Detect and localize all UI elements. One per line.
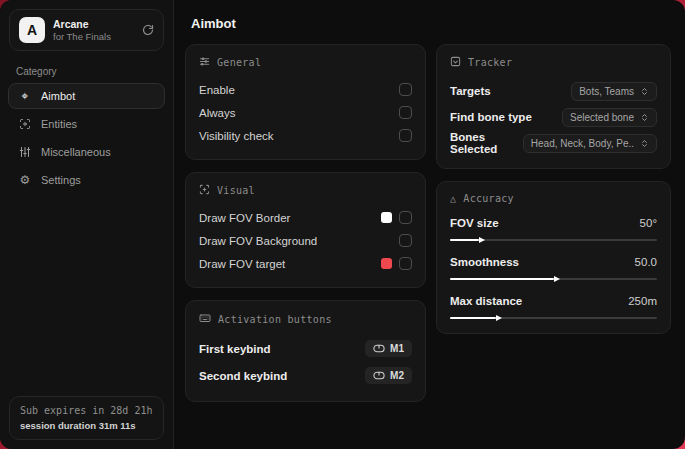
find-bone-type-dropdown[interactable]: Selected bone	[562, 108, 657, 127]
tracker-label: Bones Selected	[450, 131, 523, 155]
brand-subtitle: for The Finals	[53, 31, 111, 43]
crosshair-icon: ⌖	[18, 89, 32, 103]
setting-row-fov-target: Draw FOV target	[199, 252, 412, 275]
slider-value: 50.0	[635, 256, 657, 268]
fov-target-color-swatch[interactable]	[381, 258, 392, 269]
bones-selected-dropdown[interactable]: Head, Neck, Body, Pe..	[523, 134, 657, 153]
first-keybind-button[interactable]: M1	[365, 340, 412, 357]
enable-checkbox[interactable]	[399, 83, 412, 96]
tracker-row-bones-selected: Bones Selected Head, Neck, Body, Pe..	[450, 130, 657, 156]
setting-label: Draw FOV Border	[199, 212, 290, 224]
tracker-label: Targets	[450, 85, 491, 97]
sidebar-menu: ⌖ Aimbot Entities	[8, 83, 165, 195]
dropdown-value: Bots, Teams	[579, 86, 634, 97]
chevrons-up-down-icon	[640, 113, 649, 122]
setting-label: Always	[199, 107, 235, 119]
gear-icon: ⚙	[18, 173, 32, 187]
keybind-label: First keybind	[199, 343, 271, 355]
section-title: Visual	[217, 185, 255, 196]
always-checkbox[interactable]	[399, 106, 412, 119]
brand-name: Arcane	[53, 18, 111, 31]
sidebar-item-entities[interactable]: Entities	[8, 111, 165, 137]
keyboard-icon	[199, 312, 211, 326]
section-title: Activation buttons	[218, 314, 332, 325]
slider-label: FOV size	[450, 217, 499, 229]
chevrons-up-down-icon	[640, 139, 649, 148]
accuracy-card: △ Accuracy FOV size 50°	[436, 181, 671, 334]
sidebar-item-settings[interactable]: ⚙ Settings	[8, 167, 165, 193]
keybind-row-second: Second keybind M2	[199, 362, 412, 389]
slider-value: 50°	[640, 217, 657, 229]
sub-expiry-text: Sub expires in 28d 21h	[20, 405, 153, 416]
setting-row-fov-border: Draw FOV Border	[199, 206, 412, 229]
setting-row-fov-background: Draw FOV Background	[199, 229, 412, 252]
sidebar-item-label: Settings	[41, 174, 81, 186]
focus-icon	[199, 184, 210, 197]
activation-buttons-card: Activation buttons First keybind M1 Seco…	[185, 300, 426, 402]
sliders-icon	[18, 146, 32, 158]
section-title: Tracker	[468, 57, 512, 68]
sidebar-item-label: Aimbot	[41, 90, 75, 102]
keybind-value: M1	[390, 343, 404, 354]
dropdown-value: Head, Neck, Body, Pe..	[531, 138, 634, 149]
slider-group-fov-size: FOV size 50°	[450, 213, 657, 241]
smoothness-slider[interactable]	[450, 278, 657, 280]
section-title: General	[217, 57, 261, 68]
slider-group-smoothness: Smoothness 50.0	[450, 252, 657, 280]
tracker-label: Find bone type	[450, 111, 532, 123]
chevrons-up-down-icon	[640, 87, 649, 96]
keybind-row-first: First keybind M1	[199, 335, 412, 362]
fov-border-color-swatch[interactable]	[381, 212, 392, 223]
fov-size-slider[interactable]	[450, 239, 657, 241]
category-label: Category	[16, 66, 173, 77]
mouse-icon	[373, 344, 385, 353]
sidebar-item-miscellaneous[interactable]: Miscellaneous	[8, 139, 165, 165]
fov-target-checkbox[interactable]	[399, 257, 412, 270]
setting-row-enable: Enable	[199, 78, 412, 101]
slider-fill	[450, 239, 479, 241]
second-keybind-button[interactable]: M2	[365, 367, 412, 384]
fov-background-checkbox[interactable]	[399, 234, 412, 247]
visibility-check-checkbox[interactable]	[399, 129, 412, 142]
slider-fill	[450, 317, 496, 319]
section-title: Accuracy	[463, 193, 514, 204]
keybind-label: Second keybind	[199, 370, 287, 382]
general-card: General Enable Always Visibility check	[185, 44, 426, 160]
keybind-value: M2	[390, 370, 404, 381]
brand-logo: A	[19, 17, 45, 43]
tracker-row-find-bone-type: Find bone type Selected bone	[450, 104, 657, 130]
session-duration-text: session duration 31m 11s	[20, 420, 153, 431]
sliders-horizontal-icon	[199, 56, 210, 69]
page-title: Aimbot	[191, 16, 671, 31]
scan-eye-icon	[18, 118, 32, 130]
brand-card: A Arcane for The Finals	[9, 9, 164, 51]
setting-label: Draw FOV target	[199, 258, 285, 270]
setting-label: Enable	[199, 84, 235, 96]
slider-value: 250m	[628, 295, 657, 307]
subscription-info-card: Sub expires in 28d 21h session duration …	[9, 396, 164, 440]
slider-group-max-distance: Max distance 250m	[450, 291, 657, 319]
slider-fill	[450, 278, 554, 280]
mouse-icon	[373, 371, 385, 380]
setting-row-always: Always	[199, 101, 412, 124]
max-distance-slider[interactable]	[450, 317, 657, 319]
app-window: A Arcane for The Finals Category ⌖ Aimbo…	[0, 0, 685, 449]
setting-row-visibility-check: Visibility check	[199, 124, 412, 147]
slider-label: Smoothness	[450, 256, 519, 268]
setting-label: Visibility check	[199, 130, 274, 142]
square-chevron-down-icon	[450, 56, 461, 69]
sidebar-item-aimbot[interactable]: ⌖ Aimbot	[8, 83, 165, 109]
sidebar: A Arcane for The Finals Category ⌖ Aimbo…	[0, 0, 174, 449]
triangle-icon: △	[450, 193, 456, 204]
sidebar-item-label: Miscellaneous	[41, 146, 111, 158]
slider-label: Max distance	[450, 295, 522, 307]
fov-border-checkbox[interactable]	[399, 211, 412, 224]
setting-label: Draw FOV Background	[199, 235, 317, 247]
refresh-icon[interactable]	[142, 24, 154, 36]
tracker-card: Tracker Targets Bots, Teams Find bone ty…	[436, 44, 671, 169]
sidebar-item-label: Entities	[41, 118, 77, 130]
main-content: Aimbot General	[174, 0, 685, 449]
visual-card: Visual Draw FOV Border Draw FOV Backgrou…	[185, 172, 426, 288]
dropdown-value: Selected bone	[570, 112, 634, 123]
targets-dropdown[interactable]: Bots, Teams	[571, 82, 657, 101]
